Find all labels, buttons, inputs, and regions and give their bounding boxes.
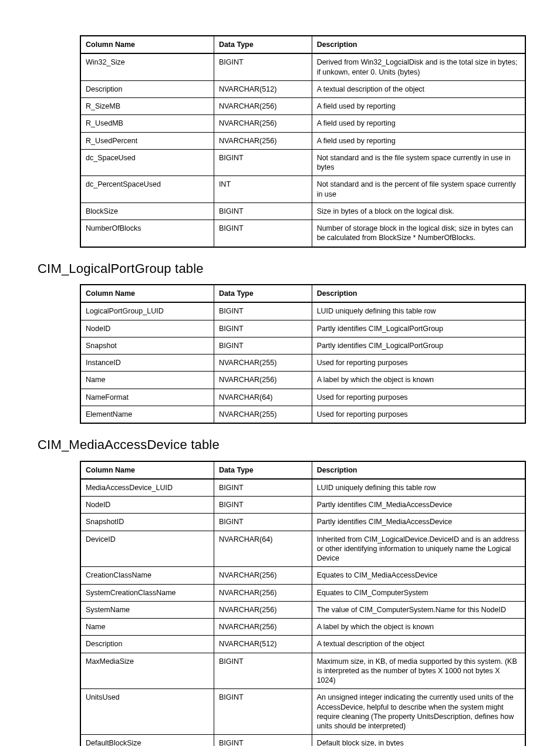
cell-col: NodeID bbox=[80, 320, 214, 337]
cell-type: NVARCHAR(512) bbox=[214, 80, 312, 97]
table-row: NameFormatNVARCHAR(64)Used for reporting… bbox=[80, 389, 525, 406]
cell-col: R_UsedPercent bbox=[80, 132, 214, 149]
table-row: NameNVARCHAR(256)A label by which the ob… bbox=[80, 619, 525, 636]
table-row: CreationClassNameNVARCHAR(256)Equates to… bbox=[80, 567, 525, 584]
cell-desc: An unsigned integer indicating the curre… bbox=[312, 689, 525, 735]
table-row: NameNVARCHAR(256)A label by which the ob… bbox=[80, 372, 525, 389]
table-row: SnapshotIDBIGINTPartly identifies CIM_Me… bbox=[80, 514, 525, 531]
cell-col: Name bbox=[80, 619, 214, 636]
cell-desc: Partly identifies CIM_LogicalPortGroup bbox=[312, 337, 525, 354]
cell-desc: Equates to CIM_MediaAccessDevice bbox=[312, 567, 525, 584]
table-row: R_UsedPercentNVARCHAR(256)A field used b… bbox=[80, 132, 525, 149]
cell-col: dc_PercentSpaceUsed bbox=[80, 176, 214, 203]
col-header-type: Data Type bbox=[214, 461, 312, 479]
cell-col: Description bbox=[80, 636, 214, 653]
cell-desc: The value of CIM_ComputerSystem.Name for… bbox=[312, 601, 525, 618]
schema-table-1: Column Name Data Type Description Win32_… bbox=[80, 35, 526, 248]
cell-col: DefaultBlockSize bbox=[80, 735, 214, 746]
table-row: SnapshotBIGINTPartly identifies CIM_Logi… bbox=[80, 337, 525, 354]
cell-col: Win32_Size bbox=[80, 53, 214, 80]
cell-type: NVARCHAR(255) bbox=[214, 406, 312, 423]
cell-desc: Partly identifies CIM_LogicalPortGroup bbox=[312, 320, 525, 337]
table-row: DescriptionNVARCHAR(512)A textual descri… bbox=[80, 80, 525, 97]
col-header-type: Data Type bbox=[214, 36, 312, 53]
cell-type: NVARCHAR(256) bbox=[214, 619, 312, 636]
cell-desc: A field used by reporting bbox=[312, 132, 525, 149]
cell-type: NVARCHAR(256) bbox=[214, 567, 312, 584]
cell-desc: A textual description of the object bbox=[312, 80, 525, 97]
table-row: dc_PercentSpaceUsedINTNot standard and i… bbox=[80, 176, 525, 203]
cell-type: NVARCHAR(64) bbox=[214, 531, 312, 567]
table-row: dc_SpaceUsedBIGINTNot standard and is th… bbox=[80, 149, 525, 176]
cell-desc: Partly identifies CIM_MediaAccessDevice bbox=[312, 514, 525, 531]
cell-desc: A textual description of the object bbox=[312, 636, 525, 653]
col-header-name: Column Name bbox=[80, 461, 214, 479]
section-title-logicalportgroup: CIM_LogicalPortGroup table bbox=[38, 261, 522, 278]
cell-desc: A field used by reporting bbox=[312, 115, 525, 132]
cell-col: NameFormat bbox=[80, 389, 214, 406]
section-title-mediaaccessdevice: CIM_MediaAccessDevice table bbox=[38, 437, 522, 454]
table-row: NodeIDBIGINTPartly identifies CIM_MediaA… bbox=[80, 497, 525, 514]
table-row: LogicalPortGroup_LUIDBIGINTLUID uniquely… bbox=[80, 302, 525, 320]
table-header-row: Column Name Data Type Description bbox=[80, 461, 525, 479]
cell-type: NVARCHAR(64) bbox=[214, 389, 312, 406]
table-body-3: MediaAccessDevice_LUIDBIGINTLUID uniquel… bbox=[80, 479, 525, 746]
cell-col: SystemCreationClassName bbox=[80, 584, 214, 601]
cell-type: BIGINT bbox=[214, 653, 312, 689]
cell-desc: Used for reporting purposes bbox=[312, 406, 525, 423]
cell-desc: LUID uniquely defining this table row bbox=[312, 479, 525, 497]
table-row: DefaultBlockSizeBIGINTDefault block size… bbox=[80, 735, 525, 746]
table-row: InstanceIDNVARCHAR(255)Used for reportin… bbox=[80, 355, 525, 372]
table-header-row: Column Name Data Type Description bbox=[80, 36, 525, 53]
cell-col: SystemName bbox=[80, 601, 214, 618]
table-row: Win32_SizeBIGINTDerived from Win32_Logci… bbox=[80, 53, 525, 80]
cell-desc: Equates to CIM_ComputerSystem bbox=[312, 584, 525, 601]
table-header-row: Column Name Data Type Description bbox=[80, 285, 525, 302]
table-body-1: Win32_SizeBIGINTDerived from Win32_Logci… bbox=[80, 53, 525, 247]
cell-type: NVARCHAR(256) bbox=[214, 372, 312, 389]
cell-type: BIGINT bbox=[214, 479, 312, 497]
col-header-desc: Description bbox=[312, 461, 525, 479]
cell-desc: A label by which the object is known bbox=[312, 619, 525, 636]
cell-type: BIGINT bbox=[214, 220, 312, 247]
cell-col: NodeID bbox=[80, 497, 214, 514]
cell-type: BIGINT bbox=[214, 320, 312, 337]
cell-type: NVARCHAR(512) bbox=[214, 636, 312, 653]
cell-desc: Used for reporting purposes bbox=[312, 389, 525, 406]
table-row: DeviceIDNVARCHAR(64)Inherited from CIM_L… bbox=[80, 531, 525, 567]
cell-col: Name bbox=[80, 372, 214, 389]
cell-desc: Size in bytes of a block on the logical … bbox=[312, 202, 525, 220]
table-body-2: LogicalPortGroup_LUIDBIGINTLUID uniquely… bbox=[80, 302, 525, 423]
cell-type: BIGINT bbox=[214, 735, 312, 746]
schema-table-3: Column Name Data Type Description MediaA… bbox=[80, 461, 526, 746]
cell-type: NVARCHAR(256) bbox=[214, 115, 312, 132]
cell-col: R_SizeMB bbox=[80, 98, 214, 115]
cell-desc: Number of storage block in the logical d… bbox=[312, 220, 525, 247]
cell-col: UnitsUsed bbox=[80, 689, 214, 735]
col-header-type: Data Type bbox=[214, 285, 312, 302]
cell-desc: LUID uniquely defining this table row bbox=[312, 302, 525, 320]
cell-type: BIGINT bbox=[214, 337, 312, 354]
cell-col: NumberOfBlocks bbox=[80, 220, 214, 247]
cell-type: NVARCHAR(256) bbox=[214, 601, 312, 618]
table-row: SystemNameNVARCHAR(256)The value of CIM_… bbox=[80, 601, 525, 618]
cell-col: InstanceID bbox=[80, 355, 214, 372]
cell-col: ElementName bbox=[80, 406, 214, 423]
cell-desc: Maximum size, in KB, of media supported … bbox=[312, 653, 525, 689]
cell-type: NVARCHAR(255) bbox=[214, 355, 312, 372]
cell-desc: A label by which the object is known bbox=[312, 372, 525, 389]
cell-type: NVARCHAR(256) bbox=[214, 584, 312, 601]
table-row: MaxMediaSizeBIGINTMaximum size, in KB, o… bbox=[80, 653, 525, 689]
table-row: R_SizeMBNVARCHAR(256)A field used by rep… bbox=[80, 98, 525, 115]
cell-type: BIGINT bbox=[214, 149, 312, 176]
cell-col: LogicalPortGroup_LUID bbox=[80, 302, 214, 320]
cell-type: BIGINT bbox=[214, 689, 312, 735]
table-row: BlockSizeBIGINTSize in bytes of a block … bbox=[80, 202, 525, 220]
cell-type: BIGINT bbox=[214, 514, 312, 531]
col-header-desc: Description bbox=[312, 36, 525, 53]
table-row: NumberOfBlocksBIGINTNumber of storage bl… bbox=[80, 220, 525, 247]
table-row: ElementNameNVARCHAR(255)Used for reporti… bbox=[80, 406, 525, 423]
cell-desc: Inherited from CIM_LogicalDevice.DeviceI… bbox=[312, 531, 525, 567]
cell-desc: Not standard and is the file system spac… bbox=[312, 149, 525, 176]
table-row: R_UsedMBNVARCHAR(256)A field used by rep… bbox=[80, 115, 525, 132]
